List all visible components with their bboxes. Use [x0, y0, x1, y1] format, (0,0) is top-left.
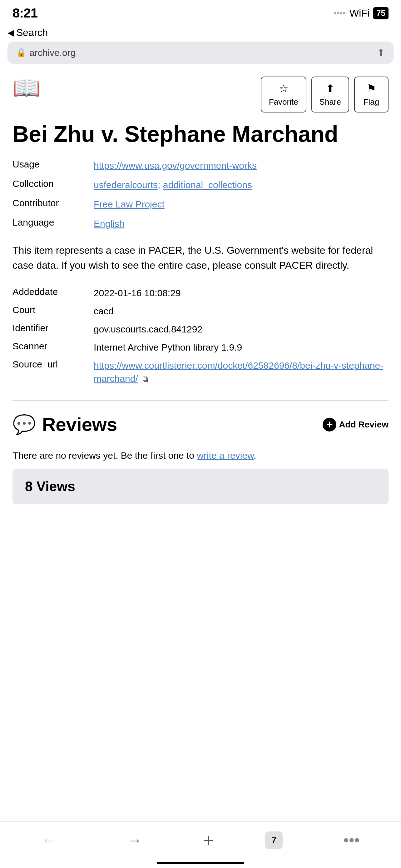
identifier-label: Identifier — [12, 323, 94, 333]
contributor-label: Contributor — [12, 198, 94, 208]
scanner-label: Scanner — [12, 341, 94, 351]
reviews-divider — [12, 401, 389, 401]
collection-value: usfederalcourts; additional_collections — [94, 178, 389, 191]
court-row: Court cacd — [12, 302, 389, 320]
reviews-bubble-icon: 💬 — [12, 413, 36, 436]
no-reviews-suffix: . — [254, 450, 256, 461]
source-url-link[interactable]: https://www.courtlistener.com/docket/625… — [94, 360, 383, 384]
favorite-label: Favorite — [269, 97, 298, 107]
write-review-link[interactable]: write a review — [197, 450, 254, 461]
page-title: Bei Zhu v. Stephane Marchand — [12, 122, 389, 147]
addeddate-row: Addeddate 2022-01-16 10:08:29 — [12, 284, 389, 302]
browser-bar: ◀ Search 🔒 archive.org ⬆ — [0, 24, 401, 67]
url-text: archive.org — [29, 48, 75, 58]
new-tab-button[interactable]: + — [203, 830, 214, 851]
flag-icon: ⚑ — [367, 82, 376, 95]
language-link[interactable]: English — [94, 217, 389, 230]
flag-label: Flag — [364, 97, 379, 107]
source-url-label: Source_url — [12, 359, 94, 370]
reviews-title: Reviews — [42, 414, 316, 435]
more-options-button[interactable]: ••• — [334, 828, 369, 852]
collection-row: Collection usfederalcourts; additional_c… — [12, 175, 389, 195]
action-buttons: ☆ Favorite ⬆ Share ⚑ Flag — [261, 76, 389, 113]
tabs-button[interactable]: 7 — [265, 832, 282, 849]
favorite-button[interactable]: ☆ Favorite — [261, 76, 306, 113]
status-icons: ▪▪▪▪ WiFi 75 — [333, 7, 389, 19]
wifi-icon: WiFi — [349, 7, 369, 19]
language-row: Language English — [12, 214, 389, 234]
forward-button[interactable]: → — [118, 828, 152, 852]
contributor-link[interactable]: Free Law Project — [94, 198, 389, 211]
scanner-row: Scanner Internet Archive Python library … — [12, 338, 389, 356]
source-url-container: https://www.courtlistener.com/docket/625… — [94, 359, 389, 385]
add-review-label: Add Review — [339, 420, 389, 430]
addeddate-value: 2022-01-16 10:08:29 — [94, 286, 389, 300]
back-button[interactable]: ← — [32, 828, 66, 852]
no-reviews-prefix: There are no reviews yet. Be the first o… — [12, 450, 197, 461]
identifier-value: gov.uscourts.cacd.841292 — [94, 323, 389, 336]
metadata-table: Usage https://www.usa.gov/government-wor… — [12, 156, 389, 234]
share-label: Share — [320, 97, 341, 107]
share-icon: ⬆ — [326, 82, 334, 95]
source-url-row: Source_url https://www.courtlistener.com… — [12, 356, 389, 388]
views-box: 8 Views — [12, 469, 389, 504]
bottom-nav: ← → + 7 ••• — [0, 822, 401, 868]
collection-label: Collection — [12, 178, 94, 189]
battery-indicator: 75 — [373, 7, 389, 19]
tabs-count: 7 — [272, 836, 276, 845]
browser-share-icon[interactable]: ⬆ — [377, 47, 385, 58]
collection-link-2[interactable]: additional_collections — [163, 180, 252, 190]
collection-separator: ; — [158, 180, 163, 190]
identifier-row: Identifier gov.uscourts.cacd.841292 — [12, 320, 389, 338]
language-label: Language — [12, 217, 94, 228]
item-description: This item represents a case in PACER, th… — [12, 243, 389, 273]
back-nav[interactable]: ◀ Search — [7, 27, 394, 38]
back-chevron-icon: ◀ — [7, 28, 14, 38]
bottom-spacer — [12, 504, 389, 561]
book-icon: 📖 — [12, 76, 41, 99]
external-link-icon: ⧉ — [142, 374, 148, 384]
addeddate-label: Addeddate — [12, 286, 94, 297]
signal-icon: ▪▪▪▪ — [333, 8, 346, 18]
status-time: 8:21 — [12, 6, 37, 21]
usage-label: Usage — [12, 159, 94, 170]
reviews-section: 💬 Reviews + Add Review There are no revi… — [12, 400, 389, 504]
details-table: Addeddate 2022-01-16 10:08:29 Court cacd… — [12, 284, 389, 388]
add-review-button[interactable]: + Add Review — [323, 418, 389, 432]
url-bar[interactable]: 🔒 archive.org ⬆ — [7, 41, 394, 64]
reviews-body-divider — [12, 442, 389, 442]
usage-row: Usage https://www.usa.gov/government-wor… — [12, 156, 389, 175]
url-display: 🔒 archive.org — [16, 48, 75, 58]
item-header-row: 📖 ☆ Favorite ⬆ Share ⚑ Flag — [12, 76, 389, 113]
home-indicator — [157, 862, 244, 864]
views-count: 8 Views — [25, 479, 75, 494]
main-content: 📖 ☆ Favorite ⬆ Share ⚑ Flag Bei Zhu v. S… — [0, 67, 401, 570]
court-value: cacd — [94, 305, 389, 318]
usage-link[interactable]: https://www.usa.gov/government-works — [94, 159, 389, 172]
flag-button[interactable]: ⚑ Flag — [354, 76, 389, 113]
lock-icon: 🔒 — [16, 48, 26, 58]
collection-link-1[interactable]: usfederalcourts — [94, 180, 158, 190]
reviews-header: 💬 Reviews + Add Review — [12, 407, 389, 442]
star-icon: ☆ — [279, 82, 288, 95]
no-reviews-text: There are no reviews yet. Be the first o… — [12, 448, 389, 462]
status-bar: 8:21 ▪▪▪▪ WiFi 75 — [0, 0, 401, 24]
scanner-value: Internet Archive Python library 1.9.9 — [94, 341, 389, 354]
share-button[interactable]: ⬆ Share — [311, 76, 349, 113]
add-review-plus-icon: + — [323, 418, 336, 432]
contributor-row: Contributor Free Law Project — [12, 195, 389, 214]
court-label: Court — [12, 305, 94, 315]
back-label: Search — [16, 27, 48, 38]
